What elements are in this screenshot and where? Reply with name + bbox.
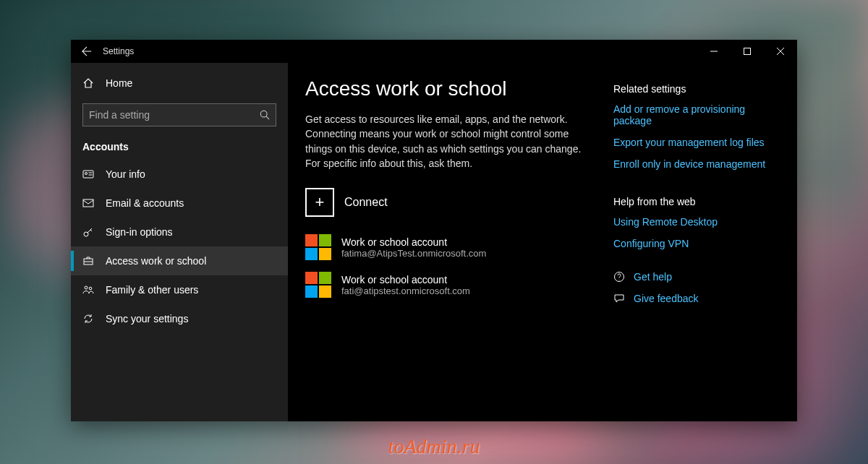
related-settings-heading: Related settings — [613, 83, 780, 95]
sidebar-item-family-other-users[interactable]: Family & other users — [71, 275, 288, 304]
close-icon — [777, 48, 784, 55]
sidebar-item-label: Your info — [106, 168, 145, 180]
sidebar-item-label: Sign-in options — [106, 226, 173, 238]
sidebar-item-label: Access work or school — [106, 255, 206, 267]
svg-point-1 — [260, 111, 267, 117]
connect-label: Connect — [344, 196, 388, 209]
main-column: Access work or school Get access to reso… — [305, 77, 584, 421]
sidebar-item-email-accounts[interactable]: Email & accounts — [71, 189, 288, 218]
svg-point-8 — [89, 287, 92, 290]
plus-icon: + — [305, 188, 334, 217]
sidebar-item-label: Family & other users — [106, 284, 198, 296]
watermark: toAdmin.ru — [388, 435, 480, 458]
svg-rect-0 — [744, 48, 751, 55]
get-help-link[interactable]: Get help — [613, 271, 780, 283]
link-enroll-device-management[interactable]: Enroll only in device management — [613, 158, 780, 170]
feedback-icon — [613, 293, 625, 304]
account-title: Work or school account — [341, 274, 470, 285]
minimize-icon — [710, 48, 718, 55]
search-icon — [260, 110, 270, 120]
link-export-log-files[interactable]: Export your management log files — [613, 137, 780, 148]
back-button[interactable] — [71, 40, 103, 63]
content-area: Access work or school Get access to reso… — [288, 63, 797, 421]
give-feedback-link[interactable]: Give feedback — [613, 293, 780, 304]
connect-button[interactable]: + Connect — [305, 188, 584, 217]
search-box[interactable] — [82, 103, 276, 126]
sidebar-item-label: Email & accounts — [106, 197, 184, 209]
search-input[interactable] — [89, 109, 260, 121]
link-provisioning-package[interactable]: Add or remove a provisioning package — [613, 103, 780, 126]
sidebar-home-label: Home — [106, 77, 132, 89]
microsoft-logo-icon — [305, 234, 331, 260]
side-column: Related settings Add or remove a provisi… — [613, 77, 780, 421]
give-feedback-label: Give feedback — [634, 293, 699, 304]
account-row[interactable]: Work or school account fati@atipstest.on… — [305, 272, 584, 298]
sidebar-item-access-work-school[interactable]: Access work or school — [71, 246, 288, 275]
arrow-left-icon — [82, 46, 92, 56]
minimize-button[interactable] — [697, 40, 731, 63]
account-title: Work or school account — [341, 236, 486, 248]
sidebar-section-header: Accounts — [71, 135, 288, 160]
person-card-icon — [82, 168, 94, 180]
help-from-web-heading: Help from the web — [613, 196, 780, 207]
sidebar-item-your-info[interactable]: Your info — [71, 160, 288, 189]
window-title: Settings — [103, 46, 134, 56]
page-title: Access work or school — [305, 77, 584, 100]
close-button[interactable] — [764, 40, 797, 63]
svg-rect-4 — [83, 199, 93, 207]
account-text: Work or school account fati@atipstest.on… — [341, 274, 470, 296]
microsoft-logo-icon — [305, 272, 331, 298]
account-email: fati@atipstest.onmicrosoft.com — [341, 285, 470, 296]
account-text: Work or school account fatima@AtipsTest.… — [341, 236, 486, 259]
svg-point-3 — [85, 173, 88, 175]
get-help-label: Get help — [634, 271, 672, 283]
home-icon — [82, 77, 94, 89]
maximize-icon — [744, 48, 751, 55]
sidebar-item-sign-in-options[interactable]: Sign-in options — [71, 218, 288, 246]
sidebar-item-label: Sync your settings — [106, 313, 188, 325]
svg-rect-2 — [83, 171, 93, 178]
settings-window: Settings Home Ac — [71, 40, 797, 421]
key-icon — [82, 226, 94, 238]
help-icon — [613, 271, 625, 283]
page-description: Get access to resources like email, apps… — [305, 112, 584, 171]
sidebar-home[interactable]: Home — [71, 69, 288, 98]
people-icon — [82, 284, 94, 296]
sidebar: Home Accounts Your info Email & acco — [71, 63, 288, 421]
account-email: fatima@AtipsTest.onmicrosoft.com — [341, 248, 486, 259]
maximize-button[interactable] — [731, 40, 764, 63]
link-remote-desktop[interactable]: Using Remote Desktop — [613, 216, 780, 228]
sidebar-item-sync-settings[interactable]: Sync your settings — [71, 304, 288, 333]
titlebar: Settings — [71, 40, 797, 63]
link-configuring-vpn[interactable]: Configuring VPN — [613, 238, 780, 249]
mail-icon — [82, 197, 94, 209]
account-row[interactable]: Work or school account fatima@AtipsTest.… — [305, 234, 584, 260]
svg-point-7 — [85, 286, 88, 289]
briefcase-icon — [82, 255, 94, 267]
sync-icon — [82, 313, 94, 325]
